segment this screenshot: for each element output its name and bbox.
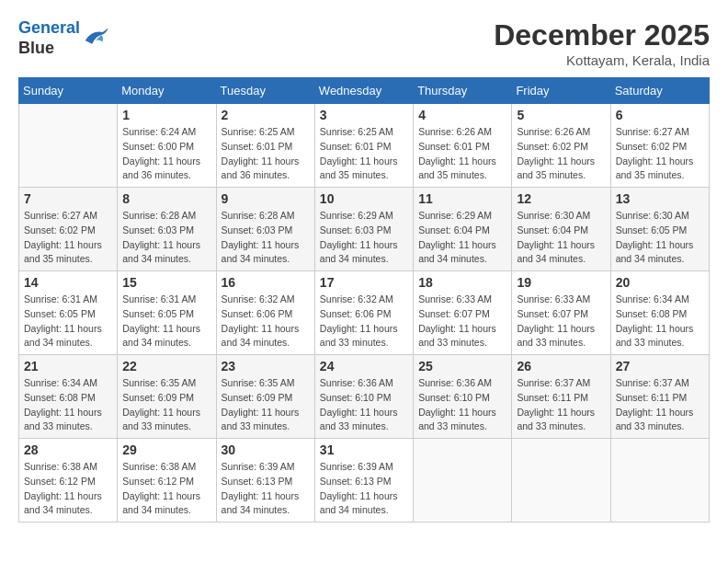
calendar-cell (414, 439, 512, 523)
weekday-header-saturday: Saturday (610, 78, 709, 104)
logo-bird-icon (82, 26, 109, 52)
day-number: 27 (616, 359, 704, 373)
calendar-week-5: 28Sunrise: 6:38 AMSunset: 6:12 PMDayligh… (19, 439, 710, 523)
day-number: 23 (222, 359, 310, 373)
calendar-cell: 1Sunrise: 6:24 AMSunset: 6:00 PMDaylight… (118, 104, 216, 188)
day-number: 11 (418, 191, 506, 206)
day-info: Sunrise: 6:34 AMSunset: 6:08 PMDaylight:… (616, 293, 704, 350)
day-info: Sunrise: 6:27 AMSunset: 6:02 PMDaylight:… (616, 125, 704, 183)
calendar-cell: 16Sunrise: 6:32 AMSunset: 6:06 PMDayligh… (216, 271, 314, 355)
calendar-cell: 10Sunrise: 6:29 AMSunset: 6:03 PMDayligh… (314, 188, 413, 271)
day-info: Sunrise: 6:28 AMSunset: 6:03 PMDaylight:… (222, 209, 310, 267)
day-info: Sunrise: 6:37 AMSunset: 6:11 PMDaylight:… (517, 376, 605, 434)
day-number: 12 (517, 191, 605, 206)
day-info: Sunrise: 6:25 AMSunset: 6:01 PMDaylight:… (320, 125, 408, 183)
calendar-cell: 26Sunrise: 6:37 AMSunset: 6:11 PMDayligh… (512, 355, 610, 439)
day-number: 20 (616, 275, 704, 290)
day-number: 7 (24, 191, 112, 206)
calendar-cell: 20Sunrise: 6:34 AMSunset: 6:08 PMDayligh… (610, 271, 709, 355)
day-info: Sunrise: 6:28 AMSunset: 6:03 PMDaylight:… (122, 209, 210, 267)
day-info: Sunrise: 6:33 AMSunset: 6:07 PMDaylight:… (418, 293, 506, 350)
calendar-cell: 24Sunrise: 6:36 AMSunset: 6:10 PMDayligh… (314, 355, 413, 439)
calendar-cell: 3Sunrise: 6:25 AMSunset: 6:01 PMDaylight… (314, 104, 413, 188)
calendar-week-1: 1Sunrise: 6:24 AMSunset: 6:00 PMDaylight… (19, 104, 710, 188)
calendar-cell: 11Sunrise: 6:29 AMSunset: 6:04 PMDayligh… (414, 188, 512, 271)
day-number: 1 (122, 108, 210, 122)
calendar-week-3: 14Sunrise: 6:31 AMSunset: 6:05 PMDayligh… (19, 271, 710, 355)
day-number: 30 (222, 442, 310, 457)
day-number: 8 (122, 191, 210, 206)
day-info: Sunrise: 6:36 AMSunset: 6:10 PMDaylight:… (320, 376, 408, 434)
calendar-cell: 22Sunrise: 6:35 AMSunset: 6:09 PMDayligh… (118, 355, 216, 439)
day-number: 21 (24, 359, 112, 373)
calendar-cell (512, 439, 610, 523)
page-header: GeneralBlue December 2025 Kottayam, Kera… (18, 18, 710, 68)
day-info: Sunrise: 6:39 AMSunset: 6:13 PMDaylight:… (320, 460, 408, 518)
calendar-cell: 9Sunrise: 6:28 AMSunset: 6:03 PMDaylight… (216, 188, 314, 271)
weekday-header-monday: Monday (118, 78, 216, 104)
day-info: Sunrise: 6:39 AMSunset: 6:13 PMDaylight:… (222, 460, 310, 518)
calendar-cell: 31Sunrise: 6:39 AMSunset: 6:13 PMDayligh… (314, 439, 413, 523)
day-info: Sunrise: 6:26 AMSunset: 6:01 PMDaylight:… (418, 125, 506, 183)
weekday-header-sunday: Sunday (19, 78, 118, 104)
day-info: Sunrise: 6:35 AMSunset: 6:09 PMDaylight:… (222, 376, 310, 434)
day-info: Sunrise: 6:31 AMSunset: 6:05 PMDaylight:… (122, 293, 210, 350)
logo-text: GeneralBlue (18, 18, 80, 58)
day-info: Sunrise: 6:34 AMSunset: 6:08 PMDaylight:… (24, 376, 112, 434)
calendar-cell: 14Sunrise: 6:31 AMSunset: 6:05 PMDayligh… (19, 271, 118, 355)
weekday-header-wednesday: Wednesday (314, 78, 413, 104)
calendar-cell: 23Sunrise: 6:35 AMSunset: 6:09 PMDayligh… (216, 355, 314, 439)
month-title: December 2025 (494, 18, 710, 52)
day-info: Sunrise: 6:33 AMSunset: 6:07 PMDaylight:… (517, 293, 605, 350)
day-number: 16 (222, 275, 310, 290)
day-number: 29 (122, 442, 210, 457)
weekday-header-row: SundayMondayTuesdayWednesdayThursdayFrid… (19, 78, 710, 104)
title-block: December 2025 Kottayam, Kerala, India (494, 18, 710, 68)
day-info: Sunrise: 6:32 AMSunset: 6:06 PMDaylight:… (320, 293, 408, 350)
day-number: 14 (24, 275, 112, 290)
calendar-cell: 29Sunrise: 6:38 AMSunset: 6:12 PMDayligh… (118, 439, 216, 523)
day-number: 22 (122, 359, 210, 373)
calendar-cell: 5Sunrise: 6:26 AMSunset: 6:02 PMDaylight… (512, 104, 610, 188)
calendar-cell: 13Sunrise: 6:30 AMSunset: 6:05 PMDayligh… (610, 188, 709, 271)
day-number: 18 (418, 275, 506, 290)
calendar-cell: 15Sunrise: 6:31 AMSunset: 6:05 PMDayligh… (118, 271, 216, 355)
weekday-header-tuesday: Tuesday (216, 78, 314, 104)
calendar-cell: 12Sunrise: 6:30 AMSunset: 6:04 PMDayligh… (512, 188, 610, 271)
day-number: 17 (320, 275, 408, 290)
day-info: Sunrise: 6:30 AMSunset: 6:05 PMDaylight:… (616, 209, 704, 267)
day-number: 2 (222, 108, 310, 122)
day-number: 25 (418, 359, 506, 373)
calendar-cell: 27Sunrise: 6:37 AMSunset: 6:11 PMDayligh… (610, 355, 709, 439)
calendar-cell: 6Sunrise: 6:27 AMSunset: 6:02 PMDaylight… (610, 104, 709, 188)
day-info: Sunrise: 6:25 AMSunset: 6:01 PMDaylight:… (222, 125, 310, 183)
calendar-cell: 7Sunrise: 6:27 AMSunset: 6:02 PMDaylight… (19, 188, 118, 271)
day-info: Sunrise: 6:37 AMSunset: 6:11 PMDaylight:… (616, 376, 704, 434)
day-number: 26 (517, 359, 605, 373)
calendar-cell: 2Sunrise: 6:25 AMSunset: 6:01 PMDaylight… (216, 104, 314, 188)
calendar-week-4: 21Sunrise: 6:34 AMSunset: 6:08 PMDayligh… (19, 355, 710, 439)
day-number: 15 (122, 275, 210, 290)
day-info: Sunrise: 6:31 AMSunset: 6:05 PMDaylight:… (24, 293, 112, 350)
day-info: Sunrise: 6:36 AMSunset: 6:10 PMDaylight:… (418, 376, 506, 434)
weekday-header-friday: Friday (512, 78, 610, 104)
day-number: 13 (616, 191, 704, 206)
calendar-cell: 8Sunrise: 6:28 AMSunset: 6:03 PMDaylight… (118, 188, 216, 271)
calendar-cell: 21Sunrise: 6:34 AMSunset: 6:08 PMDayligh… (19, 355, 118, 439)
calendar-cell: 30Sunrise: 6:39 AMSunset: 6:13 PMDayligh… (216, 439, 314, 523)
day-info: Sunrise: 6:29 AMSunset: 6:03 PMDaylight:… (320, 209, 408, 267)
calendar-cell: 17Sunrise: 6:32 AMSunset: 6:06 PMDayligh… (314, 271, 413, 355)
day-number: 24 (320, 359, 408, 373)
location: Kottayam, Kerala, India (494, 52, 710, 68)
calendar-cell (610, 439, 709, 523)
calendar-cell: 28Sunrise: 6:38 AMSunset: 6:12 PMDayligh… (19, 439, 118, 523)
day-info: Sunrise: 6:27 AMSunset: 6:02 PMDaylight:… (24, 209, 112, 267)
day-info: Sunrise: 6:32 AMSunset: 6:06 PMDaylight:… (222, 293, 310, 350)
weekday-header-thursday: Thursday (414, 78, 512, 104)
day-number: 10 (320, 191, 408, 206)
logo: GeneralBlue (18, 18, 109, 58)
day-info: Sunrise: 6:29 AMSunset: 6:04 PMDaylight:… (418, 209, 506, 267)
calendar-cell: 19Sunrise: 6:33 AMSunset: 6:07 PMDayligh… (512, 271, 610, 355)
calendar-cell: 4Sunrise: 6:26 AMSunset: 6:01 PMDaylight… (414, 104, 512, 188)
day-number: 6 (616, 108, 704, 122)
